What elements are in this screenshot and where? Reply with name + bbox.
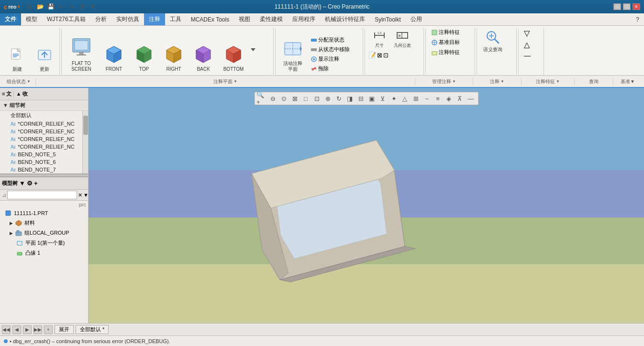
lp-tab-collect[interactable]: ▲ 收 — [16, 90, 28, 97]
search-dropdown-icon[interactable]: ▼ — [83, 192, 88, 198]
lp-tab-text[interactable]: ≡ 文 — [2, 90, 11, 97]
dimension-btn[interactable]: 1.0 尺寸 — [368, 28, 390, 50]
layer-btn[interactable]: ≡ — [433, 93, 443, 104]
help-btn[interactable]: ? — [631, 13, 644, 25]
nav-prev-btn[interactable]: ◀ — [12, 325, 21, 334]
spin-btn[interactable]: ↻ — [333, 93, 344, 104]
semantic-query-btn[interactable]: 语义查询 — [480, 28, 505, 54]
tree-add-icon[interactable]: + — [34, 180, 38, 187]
tree-item-corner2[interactable]: Aε *CORNER_RELIEF_NC — [0, 128, 82, 135]
tree-item-bend6[interactable]: Aε BEND_NOTE_6 — [0, 158, 82, 166]
view-dropdown-arrow[interactable] — [250, 46, 257, 54]
search-input[interactable] — [7, 191, 77, 199]
tree-item-corner4[interactable]: Aε *CORNER_RELIEF_NC — [0, 143, 82, 151]
orient-btn[interactable]: ⊕ — [322, 93, 333, 104]
annotation-label[interactable]: 注释 ▼ — [473, 78, 521, 85]
model-item-boss[interactable]: 凸缘 1 — [0, 248, 88, 258]
tree-item-corner3[interactable]: Aε *CORNER_RELIEF_NC — [0, 135, 82, 143]
pan-btn[interactable]: ⊠ — [289, 93, 300, 104]
query-label[interactable]: 查询 — [575, 78, 613, 85]
active-annotation-plane-btn[interactable]: 活动注释平面 — [279, 37, 307, 73]
annot-feat2-btn[interactable]: 注释特征 — [429, 48, 462, 57]
save-btn[interactable]: 💾 — [46, 2, 56, 11]
menu-apps[interactable]: 应用程序 — [288, 13, 320, 25]
detail-tree-header[interactable]: ▼ 细节树 — [0, 100, 88, 111]
menu-mech[interactable]: 机械设计特征库 — [320, 13, 370, 25]
flat-to-screen-btn[interactable]: FLAT TOSCREEN — [65, 34, 98, 73]
right-btn[interactable]: RIGHT — [160, 43, 188, 73]
tree-settings-icon[interactable]: ⚙ — [27, 180, 33, 187]
menu-model[interactable]: 模型 — [21, 13, 42, 25]
shading-btn[interactable]: ◨ — [344, 93, 355, 104]
view-mgr-btn[interactable]: ⊼ — [455, 93, 465, 104]
model-item-material[interactable]: ▶ 材料 — [0, 218, 88, 228]
expand-tag[interactable]: 展开 — [55, 325, 74, 334]
baseline-line-btn[interactable]: — — [522, 51, 533, 60]
update-button[interactable]: 更新 — [31, 45, 57, 73]
base-target-btn[interactable]: 基准目标 — [429, 38, 462, 47]
wireframe-btn[interactable]: ⊟ — [355, 93, 366, 104]
window-controls[interactable]: ─ □ ✕ — [613, 3, 640, 10]
annot-feat-btn[interactable]: 注释特征 — [429, 28, 462, 37]
nav-last-btn[interactable]: ▶▶ — [33, 325, 42, 334]
menu-wjt[interactable]: WJT276工具箱 — [42, 13, 90, 25]
nav-first-btn[interactable]: ◀◀ — [2, 325, 11, 334]
maximize-btn[interactable]: □ — [623, 3, 631, 10]
front-btn[interactable]: FRONT — [100, 43, 128, 73]
menu-syintoolkt[interactable]: SyinToolkt — [370, 13, 406, 25]
scroll-bar-v[interactable] — [82, 111, 88, 173]
more-btn[interactable]: — — [466, 93, 476, 104]
annotation-plane-label[interactable]: 注释平面 ▼ — [36, 78, 415, 85]
regen-btn[interactable]: ⚙ — [78, 2, 87, 11]
default-tag[interactable]: 全部默认 * — [76, 325, 109, 334]
edge-btn[interactable]: ▣ — [366, 93, 377, 104]
menu-view[interactable]: 视图 — [234, 13, 255, 25]
model-item-root[interactable]: 111111-1.PRT — [0, 208, 88, 218]
close-btn[interactable]: ✕ — [633, 3, 640, 10]
viewport[interactable]: 🔍+ ⊖ ⊙ ⊠ □ ⊡ ⊕ ↻ ◨ ⊟ ▣ ⊻ ✦ △ ⊞ ~ ≡ ◈ ⊼ — — [89, 88, 644, 323]
manage-annotation-label[interactable]: 管理注释 ▼ — [415, 78, 473, 85]
qa-dropdown[interactable]: ▼ — [88, 2, 98, 11]
baseline-label[interactable]: 基准▼ — [613, 78, 642, 85]
open-btn[interactable]: 📂 — [35, 2, 45, 11]
menu-file[interactable]: 文件 — [0, 13, 21, 25]
annotation-feature-label[interactable]: 注释特征 ▼ — [522, 78, 574, 85]
nav-next-btn[interactable]: ▶ — [23, 325, 32, 334]
zoom-out-btn[interactable]: ⊖ — [267, 93, 278, 104]
menu-analysis[interactable]: 分析 — [90, 13, 111, 25]
menu-common[interactable]: 公用 — [406, 13, 427, 25]
menu-simulation[interactable]: 实时仿真 — [111, 13, 144, 25]
state-group-label[interactable]: 组合状态 ▼ — [2, 78, 35, 85]
search-clear-icon[interactable]: ✕ — [78, 192, 82, 198]
tree-item-bend7[interactable]: Aε BEND_NOTE_7 — [0, 166, 82, 173]
csys-btn[interactable]: ⊞ — [411, 93, 421, 104]
tree-item-default[interactable]: 全部默认 — [0, 111, 82, 120]
tree-item-corner1[interactable]: Aε *CORNER_RELIEF_NC — [0, 120, 82, 128]
saved-views-btn[interactable]: ⊡ — [311, 93, 322, 104]
zoom-fit-btn[interactable]: ⊙ — [278, 93, 289, 104]
redo-btn[interactable]: ↪ — [67, 2, 77, 11]
remove-btn[interactable]: 拖除 — [309, 64, 352, 73]
move-from-state-btn[interactable]: 从状态中移除 — [309, 45, 352, 54]
back-btn[interactable]: BACK — [189, 43, 217, 73]
zoom-window-btn[interactable]: □ — [300, 93, 311, 104]
tree-item-bend5[interactable]: Aε BEND_NOTE_5 — [0, 151, 82, 158]
menu-tools[interactable]: 工具 — [165, 13, 186, 25]
bottom-btn[interactable]: BOTTOM — [219, 43, 248, 73]
nav-add-btn[interactable]: + — [44, 325, 53, 334]
annot-vis-btn[interactable]: ◈ — [444, 93, 454, 104]
zoom-in-btn[interactable]: 🔍+ — [256, 93, 267, 104]
distribute-btn[interactable]: 分配至状态 — [309, 35, 352, 44]
model-item-plane1[interactable]: 平面 1(第一个量) — [0, 238, 88, 248]
show-annotation-btn[interactable]: 显示注释 — [309, 54, 352, 64]
section-btn[interactable]: ⊻ — [378, 93, 388, 104]
xsec-btn[interactable]: ✦ — [389, 93, 399, 104]
new-btn[interactable]: 🗋 — [25, 2, 34, 11]
baseline-up-btn[interactable]: △ — [522, 39, 532, 50]
scroll-thumb[interactable] — [83, 116, 88, 135]
minimize-btn[interactable]: ─ — [613, 3, 621, 10]
menu-annotation[interactable]: 注释 — [144, 13, 165, 25]
menu-flex[interactable]: 柔性建模 — [255, 13, 288, 25]
datum-btn[interactable]: △ — [400, 93, 410, 104]
spin-filter-btn[interactable]: ~ — [422, 93, 432, 104]
